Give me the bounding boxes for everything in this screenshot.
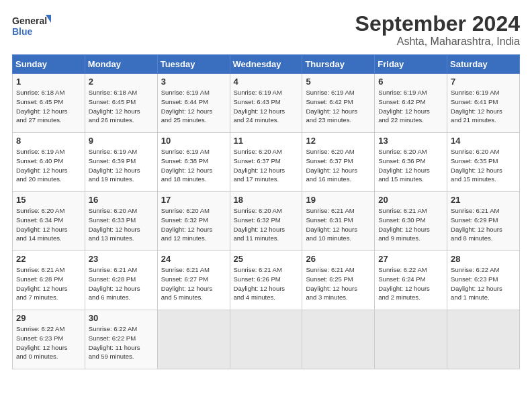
- day-number: 28: [451, 254, 516, 264]
- calendar-header-cell: Friday: [375, 55, 447, 74]
- calendar-day-cell: [157, 310, 230, 369]
- calendar-day-cell: 14Sunrise: 6:20 AM Sunset: 6:35 PM Dayli…: [447, 133, 520, 192]
- calendar-week-row: 1Sunrise: 6:18 AM Sunset: 6:45 PM Daylig…: [13, 74, 520, 133]
- day-number: 18: [234, 195, 299, 205]
- calendar-day-cell: 5Sunrise: 6:19 AM Sunset: 6:42 PM Daylig…: [302, 74, 375, 133]
- day-info: Sunrise: 6:20 AM Sunset: 6:32 PM Dayligh…: [161, 206, 226, 243]
- calendar-day-cell: 22Sunrise: 6:21 AM Sunset: 6:28 PM Dayli…: [13, 251, 85, 310]
- day-info: Sunrise: 6:21 AM Sunset: 6:29 PM Dayligh…: [451, 206, 516, 243]
- calendar-day-cell: 2Sunrise: 6:18 AM Sunset: 6:45 PM Daylig…: [85, 74, 157, 133]
- calendar-day-cell: 18Sunrise: 6:20 AM Sunset: 6:32 PM Dayli…: [230, 192, 302, 251]
- calendar-day-cell: 3Sunrise: 6:19 AM Sunset: 6:44 PM Daylig…: [157, 74, 230, 133]
- day-number: 26: [306, 254, 371, 264]
- calendar-day-cell: 4Sunrise: 6:19 AM Sunset: 6:43 PM Daylig…: [230, 74, 302, 133]
- calendar-day-cell: 27Sunrise: 6:22 AM Sunset: 6:24 PM Dayli…: [375, 251, 447, 310]
- header-row: General Blue September 2024 Ashta, Mahar…: [12, 12, 520, 48]
- day-info: Sunrise: 6:19 AM Sunset: 6:38 PM Dayligh…: [161, 147, 226, 184]
- calendar-week-row: 29Sunrise: 6:22 AM Sunset: 6:23 PM Dayli…: [13, 310, 520, 369]
- day-info: Sunrise: 6:22 AM Sunset: 6:23 PM Dayligh…: [16, 324, 81, 361]
- calendar-day-cell: 20Sunrise: 6:21 AM Sunset: 6:30 PM Dayli…: [375, 192, 447, 251]
- day-number: 8: [16, 136, 81, 146]
- calendar-day-cell: 23Sunrise: 6:21 AM Sunset: 6:28 PM Dayli…: [85, 251, 157, 310]
- day-number: 16: [89, 195, 154, 205]
- calendar-day-cell: 12Sunrise: 6:20 AM Sunset: 6:37 PM Dayli…: [302, 133, 375, 192]
- calendar-header-cell: Tuesday: [157, 55, 230, 74]
- day-number: 27: [378, 254, 443, 264]
- calendar-day-cell: 9Sunrise: 6:19 AM Sunset: 6:39 PM Daylig…: [85, 133, 157, 192]
- day-info: Sunrise: 6:19 AM Sunset: 6:42 PM Dayligh…: [378, 88, 443, 125]
- day-info: Sunrise: 6:18 AM Sunset: 6:45 PM Dayligh…: [89, 88, 154, 125]
- day-info: Sunrise: 6:21 AM Sunset: 6:27 PM Dayligh…: [161, 265, 226, 302]
- day-number: 5: [306, 77, 371, 87]
- day-number: 2: [89, 77, 154, 87]
- calendar-day-cell: 7Sunrise: 6:19 AM Sunset: 6:41 PM Daylig…: [447, 74, 520, 133]
- calendar-day-cell: 25Sunrise: 6:21 AM Sunset: 6:26 PM Dayli…: [230, 251, 302, 310]
- calendar-header-cell: Wednesday: [230, 55, 302, 74]
- main-container: General Blue September 2024 Ashta, Mahar…: [0, 0, 532, 376]
- calendar-day-cell: [447, 310, 520, 369]
- day-info: Sunrise: 6:22 AM Sunset: 6:23 PM Dayligh…: [451, 265, 516, 302]
- day-info: Sunrise: 6:20 AM Sunset: 6:37 PM Dayligh…: [234, 147, 299, 184]
- calendar-header-cell: Sunday: [13, 55, 85, 74]
- day-number: 23: [89, 254, 154, 264]
- logo-svg: General Blue: [12, 12, 52, 39]
- calendar-header-cell: Saturday: [447, 55, 520, 74]
- calendar-title: September 2024: [355, 12, 520, 36]
- day-info: Sunrise: 6:22 AM Sunset: 6:24 PM Dayligh…: [378, 265, 443, 302]
- calendar-day-cell: 30Sunrise: 6:22 AM Sunset: 6:22 PM Dayli…: [85, 310, 157, 369]
- day-number: 20: [378, 195, 443, 205]
- calendar-table: SundayMondayTuesdayWednesdayThursdayFrid…: [12, 54, 520, 369]
- day-number: 6: [378, 77, 443, 87]
- calendar-day-cell: 13Sunrise: 6:20 AM Sunset: 6:36 PM Dayli…: [375, 133, 447, 192]
- day-info: Sunrise: 6:19 AM Sunset: 6:39 PM Dayligh…: [89, 147, 154, 184]
- day-info: Sunrise: 6:19 AM Sunset: 6:44 PM Dayligh…: [161, 88, 226, 125]
- day-info: Sunrise: 6:20 AM Sunset: 6:34 PM Dayligh…: [16, 206, 81, 243]
- day-number: 14: [451, 136, 516, 146]
- calendar-day-cell: [302, 310, 375, 369]
- day-number: 10: [161, 136, 226, 146]
- calendar-day-cell: 15Sunrise: 6:20 AM Sunset: 6:34 PM Dayli…: [13, 192, 85, 251]
- calendar-day-cell: 6Sunrise: 6:19 AM Sunset: 6:42 PM Daylig…: [375, 74, 447, 133]
- day-number: 12: [306, 136, 371, 146]
- day-number: 3: [161, 77, 226, 87]
- day-info: Sunrise: 6:21 AM Sunset: 6:31 PM Dayligh…: [306, 206, 371, 243]
- day-info: Sunrise: 6:20 AM Sunset: 6:32 PM Dayligh…: [234, 206, 299, 243]
- title-block: September 2024 Ashta, Maharashtra, India: [355, 12, 520, 48]
- calendar-week-row: 22Sunrise: 6:21 AM Sunset: 6:28 PM Dayli…: [13, 251, 520, 310]
- calendar-day-cell: 1Sunrise: 6:18 AM Sunset: 6:45 PM Daylig…: [13, 74, 85, 133]
- day-number: 11: [234, 136, 299, 146]
- day-info: Sunrise: 6:19 AM Sunset: 6:43 PM Dayligh…: [234, 88, 299, 125]
- day-number: 9: [89, 136, 154, 146]
- day-number: 17: [161, 195, 226, 205]
- calendar-day-cell: 19Sunrise: 6:21 AM Sunset: 6:31 PM Dayli…: [302, 192, 375, 251]
- calendar-header-cell: Monday: [85, 55, 157, 74]
- svg-text:General: General: [12, 15, 47, 26]
- calendar-week-row: 15Sunrise: 6:20 AM Sunset: 6:34 PM Dayli…: [13, 192, 520, 251]
- calendar-day-cell: [230, 310, 302, 369]
- day-number: 22: [16, 254, 81, 264]
- day-number: 4: [234, 77, 299, 87]
- calendar-day-cell: 29Sunrise: 6:22 AM Sunset: 6:23 PM Dayli…: [13, 310, 85, 369]
- calendar-day-cell: 11Sunrise: 6:20 AM Sunset: 6:37 PM Dayli…: [230, 133, 302, 192]
- calendar-day-cell: 8Sunrise: 6:19 AM Sunset: 6:40 PM Daylig…: [13, 133, 85, 192]
- calendar-day-cell: 16Sunrise: 6:20 AM Sunset: 6:33 PM Dayli…: [85, 192, 157, 251]
- day-info: Sunrise: 6:22 AM Sunset: 6:22 PM Dayligh…: [89, 324, 154, 361]
- day-number: 25: [234, 254, 299, 264]
- day-number: 7: [451, 77, 516, 87]
- calendar-day-cell: 28Sunrise: 6:22 AM Sunset: 6:23 PM Dayli…: [447, 251, 520, 310]
- day-number: 15: [16, 195, 81, 205]
- day-info: Sunrise: 6:20 AM Sunset: 6:35 PM Dayligh…: [451, 147, 516, 184]
- day-number: 1: [16, 77, 81, 87]
- day-info: Sunrise: 6:21 AM Sunset: 6:28 PM Dayligh…: [89, 265, 154, 302]
- calendar-day-cell: 10Sunrise: 6:19 AM Sunset: 6:38 PM Dayli…: [157, 133, 230, 192]
- logo: General Blue: [12, 12, 52, 39]
- calendar-day-cell: 24Sunrise: 6:21 AM Sunset: 6:27 PM Dayli…: [157, 251, 230, 310]
- day-info: Sunrise: 6:18 AM Sunset: 6:45 PM Dayligh…: [16, 88, 81, 125]
- day-info: Sunrise: 6:19 AM Sunset: 6:40 PM Dayligh…: [16, 147, 81, 184]
- day-number: 29: [16, 313, 81, 323]
- day-info: Sunrise: 6:20 AM Sunset: 6:33 PM Dayligh…: [89, 206, 154, 243]
- calendar-header-row: SundayMondayTuesdayWednesdayThursdayFrid…: [13, 55, 520, 74]
- day-info: Sunrise: 6:19 AM Sunset: 6:41 PM Dayligh…: [451, 88, 516, 125]
- day-number: 21: [451, 195, 516, 205]
- calendar-day-cell: 17Sunrise: 6:20 AM Sunset: 6:32 PM Dayli…: [157, 192, 230, 251]
